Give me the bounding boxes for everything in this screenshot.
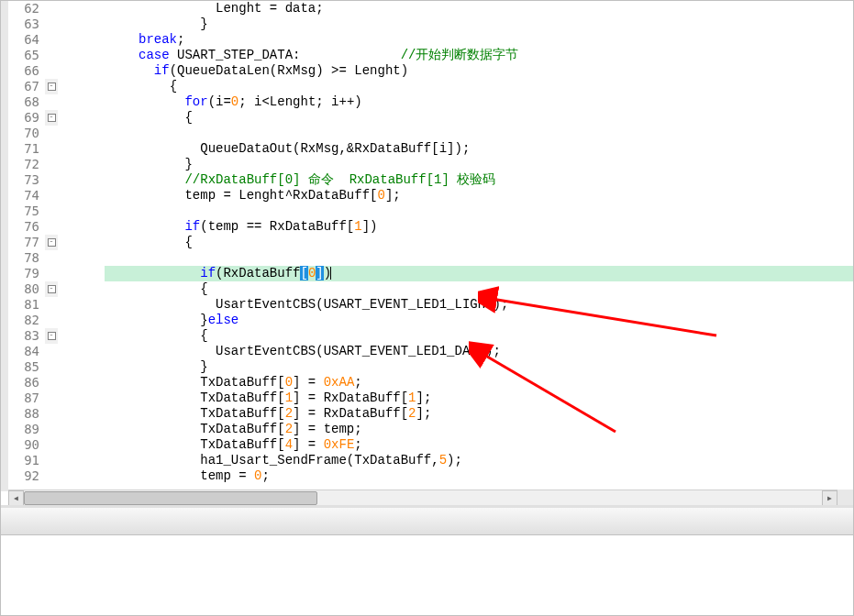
code-line[interactable]: 63 } <box>8 16 853 32</box>
code-text[interactable]: temp = Lenght^RxDataBuff[0]; <box>58 188 853 204</box>
code-line[interactable]: 85 } <box>8 359 853 375</box>
code-line[interactable]: 62 Lenght = data; <box>8 1 853 16</box>
code-line[interactable]: 67- { <box>8 79 853 94</box>
line-number: 91 <box>8 453 45 468</box>
line-number: 81 <box>8 297 45 313</box>
code-text[interactable]: for(i=0; i<Lenght; i++) <box>58 94 853 110</box>
code-line[interactable]: 74 temp = Lenght^RxDataBuff[0]; <box>8 188 853 204</box>
line-number: 72 <box>8 157 45 172</box>
scroll-track[interactable] <box>24 490 822 505</box>
line-number: 79 <box>8 266 45 281</box>
line-number: 80 <box>8 281 45 297</box>
code-text[interactable]: TxDataBuff[0] = 0xAA; <box>58 375 853 390</box>
horizontal-scrollbar[interactable]: ◀ ▶ <box>8 490 837 505</box>
line-number: 67 <box>8 79 45 94</box>
code-line[interactable]: 65 case USART_STEP_DATA: //开始判断数据字节 <box>8 48 853 63</box>
line-number: 63 <box>8 16 45 32</box>
code-text[interactable]: TxDataBuff[1] = RxDataBuff[1]; <box>58 390 853 406</box>
code-text[interactable]: Lenght = data; <box>58 1 853 16</box>
code-text[interactable]: if(RxDataBuff[0]) <box>58 266 853 281</box>
chevron-right-icon: ▶ <box>827 494 832 502</box>
bottom-panel-toolbar <box>1 508 853 535</box>
code-text[interactable]: } <box>58 16 853 32</box>
fold-collapse-icon[interactable]: - <box>48 285 56 293</box>
line-number: 85 <box>8 359 45 375</box>
code-line[interactable]: 87 TxDataBuff[1] = RxDataBuff[1]; <box>8 390 853 406</box>
code-line[interactable]: 88 TxDataBuff[2] = RxDataBuff[2]; <box>8 406 853 422</box>
code-line[interactable]: 92 temp = 0; <box>8 468 853 484</box>
scroll-thumb[interactable] <box>24 491 317 505</box>
code-text[interactable]: { <box>58 79 853 94</box>
code-line[interactable]: 79 if(RxDataBuff[0]) <box>8 266 853 281</box>
code-text[interactable]: } <box>58 157 853 172</box>
code-editor[interactable]: 62 Lenght = data;63 }64 break;65 case US… <box>8 1 853 491</box>
fold-margin[interactable]: - <box>45 328 58 344</box>
code-line[interactable]: 80- { <box>8 281 853 297</box>
code-text[interactable]: { <box>58 235 853 250</box>
code-line[interactable]: 69- { <box>8 110 853 126</box>
code-text[interactable]: temp = 0; <box>58 468 853 484</box>
line-number: 66 <box>8 63 45 79</box>
scroll-left-button[interactable]: ◀ <box>8 490 24 506</box>
line-number: 71 <box>8 141 45 157</box>
fold-collapse-icon[interactable]: - <box>48 82 56 91</box>
line-number: 88 <box>8 406 45 422</box>
line-number: 68 <box>8 94 45 110</box>
bottom-panel <box>1 505 853 615</box>
code-line[interactable]: 64 break; <box>8 32 853 48</box>
code-text[interactable]: TxDataBuff[4] = 0xFE; <box>58 437 853 453</box>
code-line[interactable]: 70 <box>8 126 853 141</box>
code-line[interactable]: 66 if(QueueDataLen(RxMsg) >= Lenght) <box>8 63 853 79</box>
fold-margin[interactable]: - <box>45 110 58 126</box>
scroll-right-button[interactable]: ▶ <box>822 490 837 506</box>
code-text[interactable]: TxDataBuff[2] = RxDataBuff[2]; <box>58 406 853 422</box>
fold-margin[interactable]: - <box>45 79 58 94</box>
code-line[interactable]: 73 //RxDataBuff[0] 命令 RxDataBuff[1] 校验码 <box>8 172 853 188</box>
code-line[interactable]: 90 TxDataBuff[4] = 0xFE; <box>8 437 853 453</box>
code-text[interactable]: QueueDataOut(RxMsg,&RxDataBuff[i]); <box>58 141 853 157</box>
line-number: 73 <box>8 172 45 188</box>
code-line[interactable]: 81 UsartEventCBS(USART_EVENT_LED1_LIGHT)… <box>8 297 853 313</box>
code-text[interactable]: } <box>58 359 853 375</box>
code-line[interactable]: 76 if(temp == RxDataBuff[1]) <box>8 219 853 235</box>
code-text[interactable]: { <box>58 110 853 126</box>
code-line[interactable]: 84 UsartEventCBS(USART_EVENT_LED1_DARK); <box>8 344 853 359</box>
code-text[interactable]: //RxDataBuff[0] 命令 RxDataBuff[1] 校验码 <box>58 172 853 188</box>
line-number: 76 <box>8 219 45 235</box>
fold-margin[interactable]: - <box>45 281 58 297</box>
code-line[interactable]: 77- { <box>8 235 853 250</box>
fold-collapse-icon[interactable]: - <box>48 332 56 340</box>
code-line[interactable]: 78 <box>8 250 853 266</box>
line-number: 82 <box>8 313 45 328</box>
code-text[interactable]: if(temp == RxDataBuff[1]) <box>58 219 853 235</box>
code-text[interactable]: }else <box>58 313 853 328</box>
code-text[interactable]: UsartEventCBS(USART_EVENT_LED1_DARK); <box>58 344 853 359</box>
code-text[interactable]: { <box>58 328 853 344</box>
editor-window: 62 Lenght = data;63 }64 break;65 case US… <box>0 0 854 616</box>
code-text[interactable]: TxDataBuff[2] = temp; <box>58 422 853 437</box>
line-number: 65 <box>8 48 45 63</box>
code-line[interactable]: 75 <box>8 204 853 219</box>
code-line[interactable]: 89 TxDataBuff[2] = temp; <box>8 422 853 437</box>
code-line[interactable]: 86 TxDataBuff[0] = 0xAA; <box>8 375 853 390</box>
fold-collapse-icon[interactable]: - <box>48 238 56 247</box>
code-line[interactable]: 72 } <box>8 157 853 172</box>
code-text[interactable]: if(QueueDataLen(RxMsg) >= Lenght) <box>58 63 853 79</box>
code-line[interactable]: 82 }else <box>8 313 853 328</box>
line-number: 69 <box>8 110 45 126</box>
code-text[interactable]: break; <box>58 32 853 48</box>
line-number: 84 <box>8 344 45 359</box>
fold-collapse-icon[interactable]: - <box>48 114 56 122</box>
code-line[interactable]: 83- { <box>8 328 853 344</box>
code-line[interactable]: 71 QueueDataOut(RxMsg,&RxDataBuff[i]); <box>8 141 853 157</box>
code-text[interactable]: ha1_Usart_SendFrame(TxDataBuff,5); <box>58 453 853 468</box>
code-text[interactable]: { <box>58 281 853 297</box>
fold-margin[interactable]: - <box>45 235 58 250</box>
code-line[interactable]: 68 for(i=0; i<Lenght; i++) <box>8 94 853 110</box>
code-text[interactable]: UsartEventCBS(USART_EVENT_LED1_LIGHT); <box>58 297 853 313</box>
code-text[interactable]: case USART_STEP_DATA: //开始判断数据字节 <box>58 48 853 63</box>
line-number: 78 <box>8 250 45 266</box>
line-number: 83 <box>8 328 45 344</box>
code-line[interactable]: 91 ha1_Usart_SendFrame(TxDataBuff,5); <box>8 453 853 468</box>
line-number: 64 <box>8 32 45 48</box>
